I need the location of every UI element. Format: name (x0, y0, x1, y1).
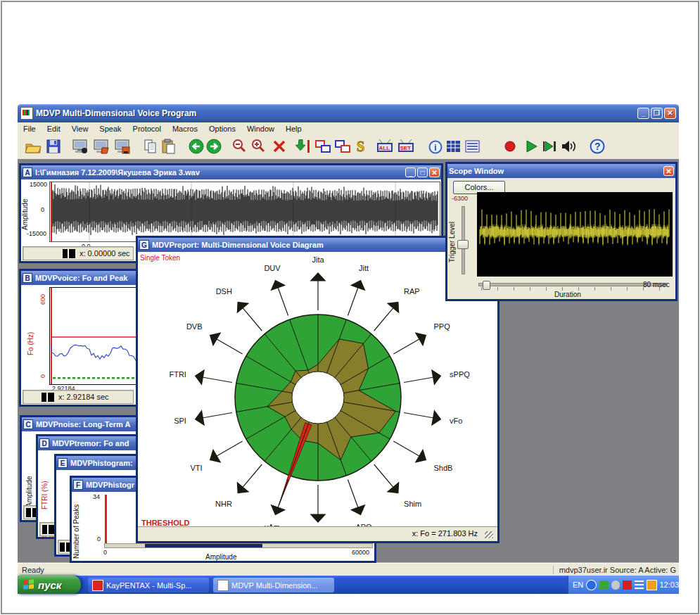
minimize-button[interactable]: _ (637, 108, 649, 119)
wave-y-max: 15000 (30, 181, 47, 188)
report-single-token-label: Single Token (140, 254, 180, 262)
save-icon[interactable] (45, 138, 62, 155)
taskbar-item-mdvp-label: MDVP Multi-Dimension... (231, 581, 318, 590)
tray-icon-6[interactable] (647, 580, 657, 590)
zoom-out-icon[interactable] (231, 138, 248, 155)
wave-y-mid: 0 (41, 206, 44, 213)
system-tray: EN 12:03 (568, 576, 679, 594)
window-scope: Scope Window ✕ Colors... -6300 Trigger L… (445, 162, 677, 301)
scope-time-slider-thumb[interactable] (483, 281, 490, 290)
window-voice-title: MDVPvoice: Fo and Peak (35, 274, 127, 282)
taskbar-item-mdvp[interactable]: MDVP Multi-Dimension... (213, 578, 334, 592)
capture-icon[interactable] (72, 138, 89, 155)
window-link-icon[interactable] (314, 138, 331, 155)
window-hist1-title: MDVPhistogram: (70, 459, 133, 467)
svg-text:NHR: NHR (215, 500, 232, 508)
wave-maximize-button[interactable]: □ (417, 167, 428, 177)
window-scope-titlebar[interactable]: Scope Window ✕ (447, 164, 675, 178)
scope-time-slider[interactable] (478, 283, 667, 286)
window-report-icon: G (139, 240, 149, 250)
menu-bar: FileEditViewSpeakProtocolMacrosOptionsWi… (18, 122, 679, 134)
menu-file[interactable]: File (18, 124, 42, 134)
speaker-icon[interactable] (561, 138, 578, 155)
download-icon[interactable] (294, 138, 311, 155)
view-set-icon[interactable]: SET (397, 138, 414, 155)
scope-x-max: 80 msec (643, 281, 670, 289)
app-title: MDVP Multi-Dimensional Voice Program (36, 108, 196, 118)
svg-text:VTI: VTI (190, 464, 202, 472)
back-icon[interactable] (188, 138, 205, 155)
close-button[interactable]: ✕ (664, 108, 676, 119)
svg-text:vFo: vFo (450, 417, 462, 425)
copy-icon[interactable] (142, 138, 159, 155)
taskbar-item-kaypentax[interactable]: KayPENTAX - Multi-Sp... (88, 578, 209, 592)
tray-icon-5[interactable] (635, 581, 644, 590)
window-hist2-title: MDVPhistogr (86, 481, 134, 489)
options-grid-icon[interactable] (464, 138, 481, 155)
window-new-icon[interactable] (334, 138, 351, 155)
tray-icon-3[interactable] (611, 581, 621, 590)
voice-y-min: 0 (39, 368, 46, 378)
app-title-bar: MDVP Multi-Dimensional Voice Program _ ❐… (18, 104, 679, 122)
wave-status-strip: x: 0.00000 sec (23, 246, 134, 260)
record-icon[interactable] (502, 138, 518, 155)
start-button[interactable]: пуск (18, 576, 81, 594)
menu-window[interactable]: Window (241, 124, 280, 134)
wave-scroll-thumb[interactable] (63, 249, 75, 258)
forward-icon[interactable] (205, 138, 222, 155)
delete-icon[interactable] (271, 138, 288, 155)
capture-save-icon[interactable] (114, 138, 131, 155)
window-hist1-icon: E (58, 458, 68, 468)
open-icon[interactable] (25, 138, 42, 155)
play-end-icon[interactable] (542, 138, 559, 155)
hist2-scrollbar[interactable] (104, 543, 373, 548)
resize-grip[interactable] (485, 531, 493, 538)
grid-icon[interactable] (445, 138, 462, 155)
view-all-icon[interactable]: ALL (376, 138, 393, 155)
tray-icon-1[interactable] (586, 580, 597, 590)
window-report-titlebar[interactable]: G MDVPreport: Multi-Dimensional Voice Di… (138, 238, 497, 252)
report-status-strip: x: Fo = 271.803 Hz (138, 526, 497, 541)
svg-text:ShdB: ShdB (434, 464, 453, 472)
svg-text:i: i (434, 142, 437, 153)
mdvp-icon (217, 580, 229, 591)
svg-text:RAP: RAP (404, 287, 420, 296)
window-wave-titlebar[interactable]: A I:\Гимназия 7.12.2009\Якушева Эрика 3.… (21, 165, 441, 179)
status-ready: Ready (22, 566, 44, 574)
menu-help[interactable]: Help (280, 124, 307, 134)
voice-scroll-thumb[interactable] (42, 393, 54, 402)
svg-text:DUV: DUV (264, 264, 281, 272)
help-icon[interactable]: ? (589, 138, 606, 155)
menu-view[interactable]: View (66, 124, 94, 134)
menu-speak[interactable]: Speak (94, 124, 127, 134)
play-icon[interactable] (523, 138, 540, 155)
menu-edit[interactable]: Edit (42, 124, 66, 134)
noise-y-axis-label: Amplitude (25, 461, 33, 507)
waveform-plot[interactable] (49, 182, 440, 242)
radar-diagram: JitaJittRAPPPQsPPQvFoShdBShimAPQsAPQvAmN… (138, 252, 497, 527)
voice-status-strip: x: 2.92184 sec (23, 390, 134, 404)
restore-button[interactable]: ❐ (651, 108, 663, 119)
capture-play-icon[interactable] (93, 138, 110, 155)
tray-icon-4[interactable] (623, 581, 632, 590)
menu-options[interactable]: Options (203, 124, 241, 134)
scope-close-button[interactable]: ✕ (663, 166, 674, 176)
tremor-scroll-thumb[interactable] (42, 525, 55, 534)
stats-icon[interactable]: S (354, 138, 371, 155)
scope-level-slider-thumb[interactable] (457, 240, 469, 249)
wave-minimize-button[interactable]: _ (405, 167, 416, 177)
info-icon[interactable]: i (427, 138, 444, 155)
windows-flag-icon (23, 579, 34, 590)
window-hist2-icon: F (73, 480, 83, 490)
menu-protocol[interactable]: Protocol (127, 124, 167, 134)
hist2-x-max: 60000 (352, 549, 369, 556)
language-indicator[interactable]: EN (573, 581, 583, 589)
svg-text:SPI: SPI (174, 417, 186, 425)
zoom-in-icon[interactable] (250, 138, 267, 155)
svg-text:PPQ: PPQ (434, 322, 451, 331)
svg-text:DSH: DSH (216, 287, 232, 296)
paste-icon[interactable] (160, 138, 177, 155)
wave-close-button[interactable]: ✕ (429, 167, 440, 177)
tray-icon-2[interactable] (599, 581, 609, 590)
menu-macros[interactable]: Macros (167, 124, 203, 134)
